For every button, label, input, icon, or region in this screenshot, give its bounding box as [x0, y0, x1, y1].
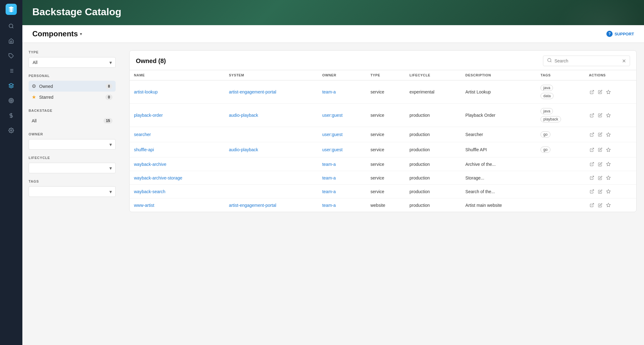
cell-name: searcher	[130, 127, 224, 142]
row-owner-link[interactable]: user:guest	[322, 132, 343, 137]
open-external-button[interactable]	[589, 147, 595, 153]
tag-badge: go	[540, 147, 550, 153]
target-nav-icon[interactable]	[5, 94, 17, 107]
svg-marker-18	[606, 90, 610, 94]
cell-name: playback-order	[130, 104, 224, 127]
edit-button[interactable]	[597, 175, 603, 181]
edit-button[interactable]	[597, 161, 603, 167]
star-button[interactable]	[605, 161, 611, 167]
cell-system	[224, 185, 318, 198]
gear-icon: ⚙	[32, 83, 36, 89]
backstage-all-nav-item[interactable]: All 15	[29, 116, 116, 126]
star-button[interactable]	[605, 112, 611, 118]
row-system-link[interactable]: audio-playback	[229, 113, 258, 118]
page-title: Backstage Catalog	[32, 6, 634, 18]
cell-type: website	[366, 198, 405, 212]
layers-nav-icon[interactable]	[5, 79, 17, 92]
logo-icon	[8, 6, 15, 13]
owned-count: 8	[105, 84, 113, 89]
tags-filter-select[interactable]: java go data playback	[29, 186, 116, 197]
support-link[interactable]: ? SUPPORT	[606, 31, 634, 37]
open-external-button[interactable]	[589, 112, 595, 118]
puzzle-nav-icon[interactable]	[5, 50, 17, 62]
owner-filter-select[interactable]: team-a user:guest	[29, 139, 116, 150]
row-owner-link[interactable]: team-a	[322, 162, 336, 167]
cell-owner: user:guest	[318, 127, 366, 142]
table-body: artist-lookupartist-engagement-portaltea…	[130, 80, 636, 212]
row-owner-link[interactable]: user:guest	[322, 113, 343, 118]
home-nav-icon[interactable]	[5, 35, 17, 47]
open-external-button[interactable]	[589, 89, 595, 95]
backstage-section: BACKSTAGE All 15	[29, 109, 116, 126]
owned-nav-item[interactable]: ⚙ Owned 8	[29, 81, 116, 92]
row-name-link[interactable]: wayback-archive	[134, 162, 166, 167]
svg-marker-24	[606, 148, 610, 152]
row-name-link[interactable]: www-artist	[134, 203, 154, 208]
row-name-link[interactable]: wayback-search	[134, 189, 165, 194]
row-name-link[interactable]: searcher	[134, 132, 151, 137]
star-button[interactable]	[605, 132, 611, 138]
row-name-link[interactable]: wayback-archive-storage	[134, 175, 182, 180]
row-name-link[interactable]: playback-order	[134, 113, 163, 118]
cell-tags: go	[536, 127, 584, 142]
app-logo[interactable]	[6, 4, 17, 15]
cell-lifecycle: production	[405, 127, 461, 142]
svg-marker-32	[606, 203, 610, 207]
section-dropdown-icon[interactable]: ▾	[80, 31, 82, 36]
star-button[interactable]	[605, 89, 611, 95]
settings-nav-icon[interactable]	[5, 124, 17, 137]
edit-button[interactable]	[597, 202, 603, 208]
lifecycle-filter-select[interactable]: production experimental	[29, 163, 116, 173]
cell-actions	[585, 142, 636, 157]
cell-system: artist-engagement-portal	[224, 198, 318, 212]
row-owner-link[interactable]: user:guest	[322, 147, 343, 152]
cell-owner: team-a	[318, 80, 366, 104]
type-filter-select[interactable]: All Service Website Library	[29, 57, 116, 68]
section-title: Components	[32, 30, 78, 38]
support-label: SUPPORT	[614, 32, 634, 36]
open-external-button[interactable]	[589, 132, 595, 138]
star-button[interactable]	[605, 175, 611, 181]
cost-nav-icon[interactable]	[5, 109, 17, 122]
edit-button[interactable]	[597, 147, 603, 152]
row-owner-link[interactable]: team-a	[322, 175, 336, 180]
row-system-link[interactable]: audio-playback	[229, 147, 258, 152]
star-button[interactable]	[605, 188, 611, 194]
open-external-button[interactable]	[589, 161, 595, 167]
open-external-button[interactable]	[589, 175, 595, 181]
cell-system: audio-playback	[224, 104, 318, 127]
row-name-link[interactable]: artist-lookup	[134, 89, 158, 94]
table-row: searcheruser:guestserviceproductionSearc…	[130, 127, 636, 142]
col-lifecycle: LIFECYCLE	[405, 70, 461, 80]
row-name-link[interactable]: shuffle-api	[134, 147, 154, 152]
search-clear-icon[interactable]: ✕	[622, 58, 626, 64]
edit-button[interactable]	[597, 132, 603, 137]
edit-button[interactable]	[597, 89, 603, 95]
star-button[interactable]	[605, 147, 611, 153]
open-external-button[interactable]	[589, 188, 595, 194]
left-panel: TYPE All Service Website Library PERSONA…	[22, 43, 122, 345]
lifecycle-filter-wrapper: production experimental	[29, 163, 116, 173]
row-owner-link[interactable]: team-a	[322, 203, 336, 208]
search-nav-icon[interactable]	[5, 20, 17, 32]
row-owner-link[interactable]: team-a	[322, 189, 336, 194]
starred-nav-item[interactable]: ★ Starred 0	[29, 92, 116, 102]
open-external-button[interactable]	[589, 202, 595, 208]
edit-button[interactable]	[597, 189, 603, 194]
row-system-link[interactable]: artist-engagement-portal	[229, 203, 276, 208]
row-system-link[interactable]: artist-engagement-portal	[229, 89, 276, 94]
search-input[interactable]	[554, 58, 619, 63]
backstage-label: BACKSTAGE	[29, 109, 116, 112]
row-owner-link[interactable]: team-a	[322, 89, 336, 94]
cell-owner: team-a	[318, 171, 366, 185]
edit-button[interactable]	[597, 112, 603, 118]
list-nav-icon[interactable]	[5, 65, 17, 77]
lifecycle-filter-label: LIFECYCLE	[29, 156, 116, 160]
actions-group	[589, 202, 632, 208]
cell-type: service	[366, 171, 405, 185]
star-button[interactable]	[605, 202, 611, 208]
cell-lifecycle: production	[405, 171, 461, 185]
svg-line-21	[591, 133, 594, 135]
cell-owner: user:guest	[318, 104, 366, 127]
cell-system: audio-playback	[224, 142, 318, 157]
